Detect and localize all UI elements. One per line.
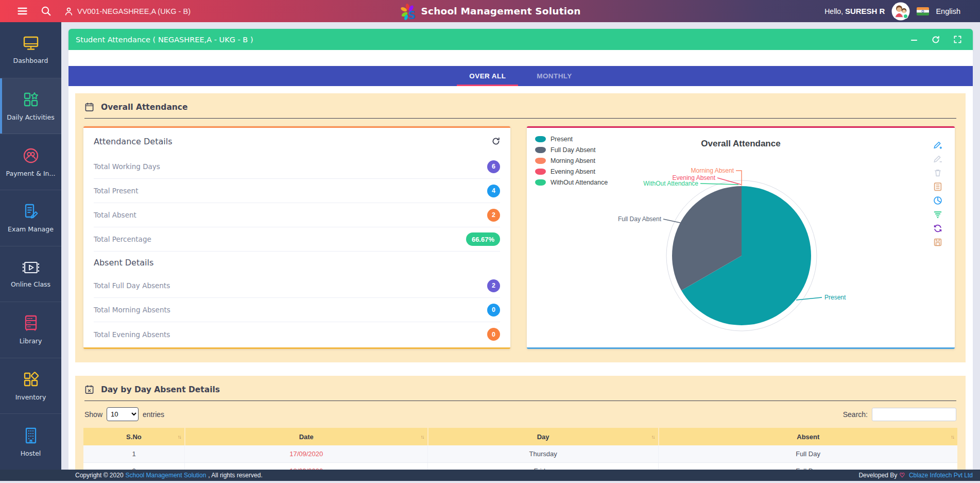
detail-row-full-day-absents: Total Full Day Absents 2 [94,274,500,298]
sidebar-item-library[interactable]: Library [0,302,61,358]
pie-slices[interactable] [672,186,811,325]
fullscreen-icon[interactable] [954,36,961,43]
card-refresh-icon[interactable] [492,137,500,145]
legend-marker [535,147,546,153]
copyright-suffix: , All rights reserved. [208,472,262,479]
legend-item-full-day-absent[interactable]: Full Day Absent [535,146,608,154]
edit-remove-icon[interactable] [933,154,942,163]
table-controls: Show 10 entries Search: [84,407,956,421]
header-left: VV001-NEGASHREE,A (UKG - B) [0,6,191,16]
refresh-icon[interactable] [932,36,940,44]
copyright-prefix: Copyright © 2020 [75,472,124,479]
sort-icon[interactable]: ↑↓ [951,434,954,440]
legend-item-morning-absent[interactable]: Morning Absent [535,157,608,164]
edit-add-icon[interactable] [933,140,942,149]
list-icon[interactable] [933,182,942,191]
tab-bar: OVER ALL MONTHLY [68,66,973,86]
legend-marker [535,169,546,175]
app-title: School Management Solution [421,6,580,16]
table-header-row: S.No↑↓ Date↑↓ Day↑↓ Absent↑↓ [83,428,957,445]
sort-icon[interactable]: ↑↓ [651,434,655,440]
attendance-details-card: Attendance Details Total Working Days 6 … [83,126,510,349]
cell-date: 18/09/2020 [185,462,428,470]
filter-icon[interactable] [933,210,942,219]
page-size-select[interactable]: 10 [107,407,139,421]
cell-date: 17/09/2020 [185,445,428,462]
grid-star-icon [22,91,40,108]
sidebar-item-online-class[interactable]: Online Class [0,246,61,303]
sidebar-item-daily-activities[interactable]: Daily Activities [0,78,61,135]
tab-overall[interactable]: OVER ALL [454,66,521,86]
cell-absent: Full Day [659,462,957,470]
cell-day: Thursday [428,445,659,462]
value-badge: 0 [487,304,500,317]
minimize-icon[interactable] [910,36,918,43]
absent-details-table: S.No↑↓ Date↑↓ Day↑↓ Absent↑↓ 1 17/09/202… [83,428,957,470]
column-header-date[interactable]: Date↑↓ [185,428,428,445]
sidebar-item-dashboard[interactable]: Dashboard [0,22,61,78]
pie-chart-icon[interactable] [933,196,942,205]
percentage-badge: 66.67% [466,232,500,246]
legend-item-present[interactable]: Present [535,136,608,143]
student-context[interactable]: VV001-NEGASHREE,A (UKG - B) [65,7,191,15]
header-right: Hello, SURESH R English [824,2,980,21]
sidebar-item-inventory[interactable]: Inventory [0,358,61,414]
language-selector[interactable]: English [936,7,960,15]
window-titlebar: Student Attendance ( NEGASHREE,A - UKG -… [68,29,973,50]
callout-label-full-day: Full Day Absent [618,215,662,223]
overall-cards: Attendance Details Total Working Days 6 … [83,126,957,349]
sidebar-item-hostel[interactable]: Hostel [0,414,61,470]
detail-label: Total Present [94,187,138,195]
svg-text:S: S [408,9,416,20]
column-header-absent[interactable]: Absent↑↓ [659,428,957,445]
brand-footer-link[interactable]: School Management Solution [126,472,207,479]
document-pencil-icon [22,203,40,220]
legend-marker [535,136,546,142]
column-header-day[interactable]: Day↑↓ [428,428,659,445]
cell-absent: Full Day [659,445,957,462]
sidebar-item-payment[interactable]: Payment & In... [0,134,61,190]
window-title: Student Attendance ( NEGASHREE,A - UKG -… [76,36,253,44]
heart-icon: ♡ [899,472,905,479]
footer-bar: Copyright © 2020 School Management Solut… [0,470,980,481]
column-label: Absent [797,433,819,441]
search-icon[interactable] [41,6,51,16]
detail-row-total-percentage: Total Percentage 66.67% [94,227,500,252]
detail-row-morning-absents: Total Morning Absents 0 [94,298,500,322]
sidebar-item-exam-manage[interactable]: Exam Manage [0,190,61,246]
value-badge: 4 [487,185,500,197]
sidebar-label: Online Class [10,280,51,288]
callout-label-without: WithOut Attendance [643,180,698,187]
column-header-sno[interactable]: S.No↑↓ [83,428,185,445]
sort-icon[interactable]: ↑↓ [178,434,181,440]
chart-legend: Present Full Day Absent Morning Absent E… [535,136,608,190]
sidebar-nav: Dashboard Daily Activities Payment & In.… [0,22,61,470]
legend-item-without-attendance[interactable]: WithOut Attendance [535,179,608,186]
hamburger-menu-icon[interactable] [18,7,27,15]
detail-label: Total Working Days [94,162,160,171]
india-flag-icon[interactable] [917,7,929,15]
delete-icon[interactable] [933,168,942,177]
avatar[interactable] [891,2,910,21]
attendance-details-title: Attendance Details [94,137,173,146]
sync-icon[interactable] [933,224,942,233]
table-search-input[interactable] [872,408,956,421]
section-divider [84,118,956,119]
legend-item-evening-absent[interactable]: Evening Absent [535,168,608,175]
bookshelf-icon [23,314,39,332]
tab-monthly[interactable]: MONTHLY [521,66,587,86]
save-icon[interactable] [933,238,942,247]
date-link[interactable]: 17/09/2020 [289,450,323,458]
day-by-day-header: Day by Day Absent Details [83,382,957,401]
value-badge: 2 [487,279,500,292]
student-context-label: VV001-NEGASHREE,A (UKG - B) [77,7,191,15]
chart-toolbar [933,140,942,247]
developer-footer-link[interactable]: Cblaze Infotech Pvt Ltd [909,472,973,479]
sort-icon[interactable]: ↑↓ [421,434,424,440]
calendar-x-icon [84,385,94,394]
boxes-icon [22,371,40,388]
detail-row-total-absent: Total Absent 2 [94,203,500,227]
sidebar-label: Hostel [20,449,42,457]
value-badge: 2 [487,209,500,222]
sidebar-label: Exam Manage [7,225,55,233]
